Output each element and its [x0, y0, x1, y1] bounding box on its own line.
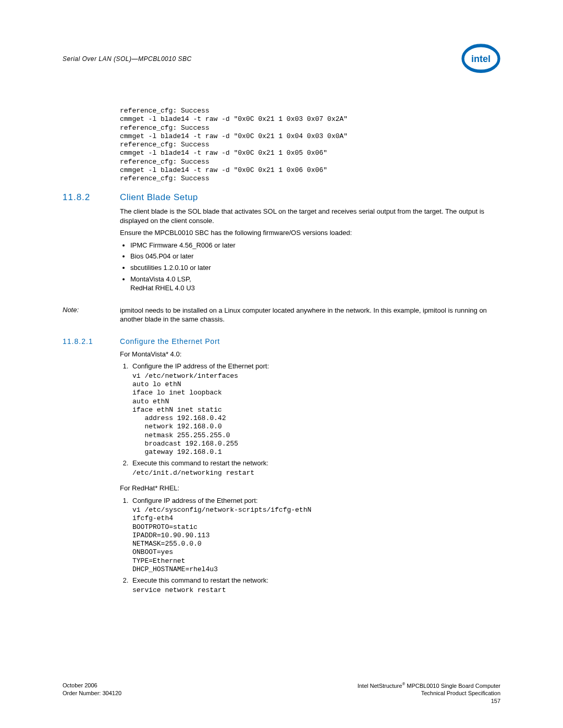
section-para: Ensure the MPCBL0010 SBC has the followi…	[120, 228, 500, 238]
doc-section-title: Serial Over LAN (SOL)—MPCBL0010 SBC	[63, 55, 192, 63]
os-label: For RedHat* RHEL:	[120, 484, 500, 493]
code-block: vi /etc/sysconfig/network-scripts/ifcfg-…	[132, 506, 500, 574]
os-label: For MontaVista* 4.0:	[120, 350, 500, 359]
list-item: Bios 045.P04 or later	[130, 252, 500, 261]
code-block: /etc/init.d/networking restart	[132, 469, 500, 477]
subsection-number: 11.8.2.1	[63, 337, 120, 346]
section-number: 11.8.2	[63, 192, 120, 203]
page-header: Serial Over LAN (SOL)—MPCBL0010 SBC inte…	[63, 39, 500, 78]
intel-logo-icon: intel	[461, 39, 500, 78]
subsection-title: Configure the Ethernet Port	[120, 337, 220, 346]
list-item: MontaVista 4.0 LSP, RedHat RHEL 4.0 U3	[130, 275, 500, 293]
page: Serial Over LAN (SOL)—MPCBL0010 SBC inte…	[0, 0, 563, 728]
note-block: Note: ipmitool needs to be installed on …	[63, 306, 500, 324]
mv-steps: Configure the IP address of the Ethernet…	[122, 362, 500, 477]
footer-right: Intel NetStructure® MPCBL0010 Single Boa…	[358, 682, 500, 705]
list-item: Configure IP address of the Ethernet por…	[130, 496, 500, 574]
section-para: The client blade is the SOL blade that a…	[120, 207, 500, 225]
page-footer: October 2006 Order Number: 304120 Intel …	[63, 682, 500, 705]
list-item: IPMC Firmware 4.56_R006 or later	[130, 241, 500, 250]
code-block: service network restart	[132, 586, 500, 595]
code-block-top: reference_cfg: Success cmmget -l blade14…	[120, 107, 500, 183]
list-item: Configure the IP address of the Ethernet…	[130, 362, 500, 456]
section-body: The client blade is the SOL blade that a…	[120, 207, 500, 292]
list-item: Execute this command to restart the netw…	[130, 576, 500, 595]
rh-steps: Configure IP address of the Ethernet por…	[122, 496, 500, 595]
subsection-body: For MontaVista* 4.0: Configure the IP ad…	[120, 350, 500, 595]
subsection-heading: 11.8.2.1 Configure the Ethernet Port	[63, 337, 500, 346]
footer-left: October 2006 Order Number: 304120	[63, 682, 121, 705]
firmware-list: IPMC Firmware 4.56_R006 or later Bios 04…	[130, 241, 500, 293]
svg-text:intel: intel	[471, 54, 491, 64]
section-heading: 11.8.2 Client Blade Setup	[63, 192, 500, 203]
code-block: vi /etc/network/interfaces auto lo ethN …	[132, 372, 500, 457]
section-title: Client Blade Setup	[120, 192, 198, 203]
note-label: Note:	[63, 306, 120, 314]
list-item: sbcutilities 1.2.0.10 or later	[130, 263, 500, 273]
list-item: Execute this command to restart the netw…	[130, 459, 500, 477]
note-body: ipmitool needs to be installed on a Linu…	[120, 306, 500, 324]
